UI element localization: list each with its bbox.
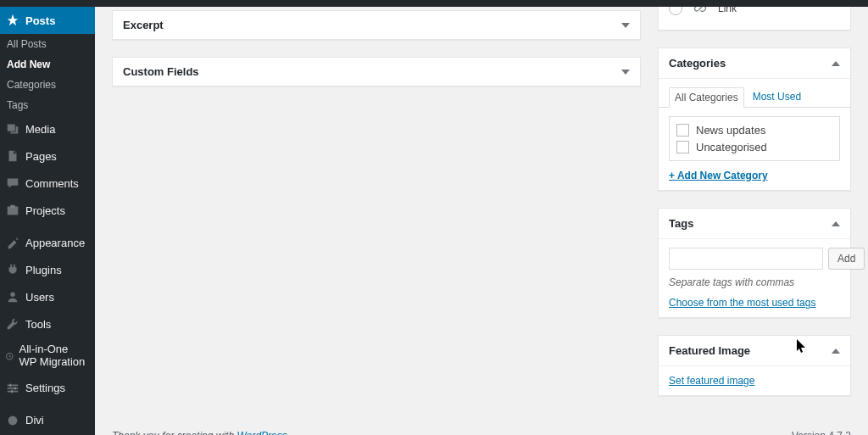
sidebar-sub-label: Tags	[7, 99, 28, 111]
sidebar-item-divi[interactable]: Divi	[0, 407, 95, 434]
wordpress-link[interactable]: WordPress	[236, 430, 287, 435]
sidebar-item-label: Appearance	[25, 237, 85, 249]
sidebar-item-plugins[interactable]: Plugins	[0, 256, 95, 283]
svg-rect-0	[8, 207, 19, 215]
checkbox-icon	[676, 124, 689, 137]
settings-icon	[5, 381, 20, 396]
category-label: News updates	[696, 124, 765, 137]
sidebar-item-media[interactable]: Media	[0, 115, 95, 142]
sidebar-sub-tags[interactable]: Tags	[0, 95, 95, 115]
add-new-category-link[interactable]: + Add New Category	[669, 170, 768, 181]
sidebar-item-label: Media	[25, 123, 55, 136]
tools-icon	[5, 316, 20, 332]
footer-period: .	[287, 430, 290, 435]
sidebar-item-label: Tools	[25, 318, 51, 331]
category-tabs: All Categories Most Used	[659, 87, 850, 108]
sidebar-item-users[interactable]: Users	[0, 283, 95, 310]
metabox-categories: Categories All Categories Most Used News…	[658, 47, 851, 191]
chevron-up-icon	[832, 61, 840, 66]
sidebar-item-label: Projects	[25, 204, 65, 217]
metabox-header[interactable]: Categories	[659, 48, 850, 79]
sidebar-item-posts[interactable]: Posts	[0, 7, 95, 34]
admin-footer: Thank you for creating with WordPress. V…	[112, 425, 851, 435]
sidebar-item-tools[interactable]: Tools	[0, 310, 95, 337]
plugins-icon	[5, 262, 20, 277]
svg-point-2	[10, 293, 14, 297]
comments-icon	[5, 176, 20, 191]
svg-point-10	[8, 415, 18, 425]
tags-help-text: Separate tags with commas	[669, 276, 840, 288]
chevron-up-icon	[832, 349, 840, 354]
tab-all-categories[interactable]: All Categories	[669, 87, 744, 108]
sidebar-item-label: Pages	[25, 150, 57, 163]
sidebar-sub-all-posts[interactable]: All Posts	[0, 34, 95, 54]
side-column: Link Categories All Categories Most Used	[658, 10, 851, 413]
svg-rect-7	[9, 383, 11, 387]
projects-icon	[5, 203, 20, 218]
sidebar-item-label: Users	[25, 291, 54, 304]
main-column: Excerpt Custom Fields	[112, 10, 641, 413]
migration-icon	[5, 349, 14, 364]
set-featured-image-link[interactable]: Set featured image	[669, 375, 754, 387]
metabox-header[interactable]: Featured Image	[659, 336, 850, 366]
postbox-title: Custom Fields	[123, 65, 199, 78]
sidebar-item-settings[interactable]: Settings	[0, 375, 95, 402]
tab-label: All Categories	[675, 92, 738, 103]
admin-bar[interactable]	[0, 0, 868, 7]
pin-icon	[5, 13, 20, 28]
admin-sidebar: Posts All Posts Add New Categories Tags …	[0, 0, 95, 435]
metabox-title: Featured Image	[669, 344, 750, 357]
tags-input[interactable]	[669, 248, 823, 270]
checkbox-icon	[676, 141, 689, 153]
svg-rect-9	[11, 390, 13, 393]
svg-rect-5	[8, 388, 19, 389]
sidebar-sub-label: Add New	[7, 59, 50, 70]
svg-rect-4	[8, 384, 19, 386]
chevron-down-icon	[621, 23, 630, 28]
divi-icon	[5, 413, 20, 428]
tab-label: Most Used	[753, 91, 801, 103]
postbox-excerpt[interactable]: Excerpt	[112, 10, 641, 40]
postbox-title: Excerpt	[123, 19, 164, 31]
sidebar-sub-add-new[interactable]: Add New	[0, 54, 95, 75]
sidebar-item-aiowpm[interactable]: All-in-One WP Migration	[0, 337, 95, 375]
metabox-title: Categories	[669, 57, 726, 70]
sidebar-item-label: Divi	[25, 414, 44, 427]
metabox-featured-image: Featured Image Set featured image	[658, 335, 851, 396]
category-label: Uncategorised	[696, 141, 767, 153]
tab-most-used[interactable]: Most Used	[748, 87, 806, 108]
sidebar-sub-label: Categories	[7, 79, 56, 91]
sidebar-item-pages[interactable]: Pages	[0, 142, 95, 170]
svg-rect-1	[10, 205, 14, 208]
page-icon	[5, 148, 20, 164]
sidebar-sub-label: All Posts	[7, 38, 47, 50]
add-tag-button[interactable]: Add	[828, 248, 865, 270]
appearance-icon	[5, 235, 20, 250]
sidebar-item-comments[interactable]: Comments	[0, 170, 95, 197]
metabox-tags: Tags Add Separate tags with commas Choos…	[658, 208, 851, 318]
sidebar-item-projects[interactable]: Projects	[0, 197, 95, 224]
footer-version: Version 4.7.2	[792, 430, 851, 435]
category-item[interactable]: News updates	[676, 124, 832, 137]
most-used-tags-link[interactable]: Choose from the most used tags	[669, 297, 815, 309]
sidebar-item-label: Settings	[25, 382, 65, 394]
media-icon	[5, 121, 20, 137]
footer-thanks: Thank you for creating with WordPress.	[112, 430, 290, 435]
sidebar-sub-categories[interactable]: Categories	[0, 75, 95, 95]
metabox-title: Tags	[669, 217, 693, 230]
sidebar-item-appearance[interactable]: Appearance	[0, 229, 95, 256]
sidebar-item-label: All-in-One WP Migration	[19, 343, 88, 369]
chevron-up-icon	[832, 221, 840, 226]
footer-thanks-prefix: Thank you for creating with	[112, 430, 236, 435]
users-icon	[5, 289, 20, 304]
postbox-custom-fields[interactable]: Custom Fields	[112, 57, 641, 86]
content-area: Excerpt Custom Fields Link	[95, 0, 868, 435]
category-item[interactable]: Uncategorised	[676, 141, 832, 153]
sidebar-item-label: Comments	[25, 177, 79, 190]
metabox-header[interactable]: Tags	[659, 209, 850, 239]
chevron-down-icon	[621, 70, 630, 75]
sidebar-item-label: Posts	[25, 14, 55, 27]
svg-rect-8	[14, 387, 16, 390]
sidebar-item-label: Plugins	[25, 264, 62, 276]
category-list: News updates Uncategorised	[669, 116, 840, 161]
